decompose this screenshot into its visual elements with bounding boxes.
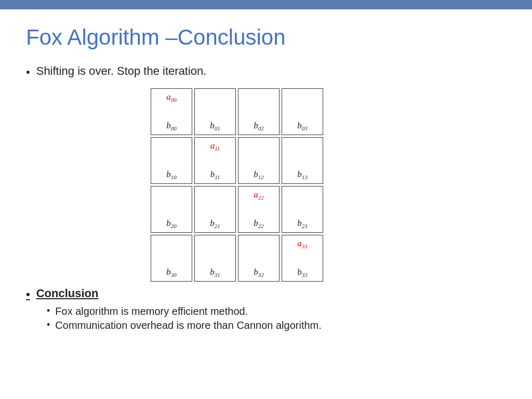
b-value-12: b12 [238,169,279,180]
matrix-cell-31: b31 [194,235,236,282]
matrix-cell-11: a11b11 [194,137,236,184]
matrix-cell-33: a33b33 [282,235,323,282]
bullet-dot-1: • [26,65,30,79]
matrix-cell-10: b10 [151,137,192,184]
b-value-00: b00 [151,121,192,131]
slide-content: Fox Algorithm –Conclusion • Shifting is … [0,9,532,349]
conclusion-label: • Conclusion [26,287,506,301]
b-value-02: b02 [238,121,279,131]
matrix-cell-01: b01 [194,88,236,135]
top-bar [0,0,532,9]
a-value-22: a22 [238,190,279,201]
sub-bullets-container: •Fox algorithm is memory efficient metho… [26,305,506,331]
matrix-cell-03: b03 [282,88,323,135]
b-value-30: b30 [151,267,192,278]
conclusion-bullet-dot: • [26,288,30,301]
matrix-grid-container: a00b00b01b02b03b10a11b11b12b13b20b21a22b… [151,88,506,282]
b-value-01: b01 [195,121,235,131]
a-value-11: a11 [195,141,235,152]
a-value-33: a33 [282,238,323,249]
matrix-cell-22: a22b22 [238,186,280,233]
b-value-10: b10 [151,169,192,180]
matrix-cell-32: b32 [238,235,280,282]
b-value-33: b33 [282,267,323,278]
sub-bullet-dot-1: • [47,320,50,330]
matrix-cell-13: b13 [282,137,323,184]
b-value-03: b03 [282,121,323,131]
sub-bullet-text-1: Communication overhead is more than Cann… [55,320,322,331]
matrix-cell-02: b02 [238,88,280,135]
b-value-13: b13 [282,169,323,180]
b-value-20: b20 [151,218,192,229]
matrix-cell-23: b23 [282,186,323,233]
sub-bullet-1: •Communication overhead is more than Can… [47,320,506,331]
bullet-1: • Shifting is over. Stop the iteration. [26,64,506,79]
b-value-11: b11 [195,169,235,180]
bullet-1-text: Shifting is over. Stop the iteration. [36,64,207,78]
b-value-32: b32 [238,267,279,278]
matrix-cell-30: b30 [151,235,192,282]
conclusion-section: • Conclusion •Fox algorithm is memory ef… [26,287,506,331]
a-value-00: a00 [151,92,192,103]
matrix-cell-20: b20 [151,186,192,233]
b-value-31: b31 [195,267,235,278]
b-value-22: b22 [238,218,279,229]
sub-bullet-dot-0: • [47,305,50,316]
b-value-23: b23 [282,218,323,229]
matrix-cell-00: a00b00 [151,88,192,135]
conclusion-label-text: Conclusion [36,287,99,300]
sub-bullet-0: •Fox algorithm is memory efficient metho… [47,305,506,317]
b-value-21: b21 [195,218,235,229]
matrix-cell-12: b12 [238,137,280,184]
sub-bullet-text-0: Fox algorithm is memory efficient method… [55,305,248,317]
matrix-cell-21: b21 [194,186,236,233]
slide-title: Fox Algorithm –Conclusion [26,25,506,50]
matrix-grid: a00b00b01b02b03b10a11b11b12b13b20b21a22b… [151,88,506,282]
